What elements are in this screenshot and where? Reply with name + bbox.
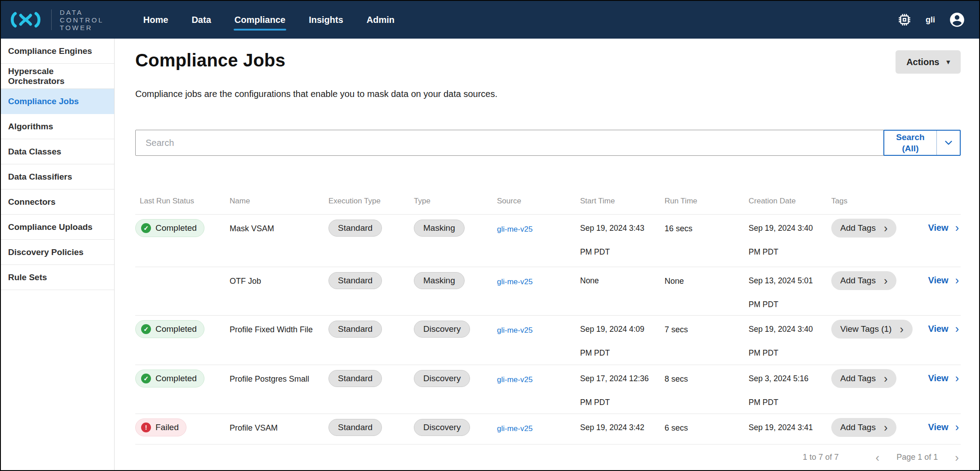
- table-row: ✓Completed Profile Postgres Small Standa…: [135, 365, 961, 414]
- run-time: 6 secs: [665, 414, 749, 433]
- chevron-right-icon: ›: [884, 373, 887, 384]
- type-badge: Discovery: [414, 370, 470, 387]
- col-execution-type: Execution Type: [328, 197, 414, 206]
- sidebar-item-data-classes[interactable]: Data Classes: [1, 139, 114, 164]
- status-label: Completed: [155, 374, 197, 383]
- main-nav: Home Data Compliance Insights Admin: [143, 11, 395, 29]
- type-badge: Masking: [414, 220, 465, 237]
- creation-date-line1: Sep 13, 2024 5:01: [749, 269, 831, 293]
- execution-type-badge: Standard: [328, 272, 382, 289]
- view-link[interactable]: View›: [928, 222, 959, 233]
- view-link[interactable]: View›: [928, 323, 959, 335]
- search-button-group: Search (All): [883, 130, 961, 156]
- view-label: View: [928, 223, 948, 233]
- brand-line-1: DATA: [60, 9, 104, 16]
- account-icon[interactable]: [949, 11, 966, 28]
- run-time: 16 secs: [665, 215, 749, 233]
- tags-label: Add Tags: [840, 374, 876, 383]
- chevron-right-icon: ›: [884, 275, 887, 286]
- col-tags: Tags: [831, 197, 917, 206]
- job-name: Profile VSAM: [230, 414, 328, 433]
- nav-insights[interactable]: Insights: [309, 11, 343, 29]
- creation-date-line1: Sep 19, 2024 3:41: [749, 416, 831, 440]
- actions-button[interactable]: Actions ▾: [896, 50, 961, 74]
- start-time-line1: None: [580, 269, 665, 293]
- creation-date: Sep 3, 2024 5:16PM PDT: [749, 365, 831, 414]
- creation-date-line1: Sep 19, 2024 3:40: [749, 317, 831, 341]
- sidebar-item-algorithms[interactable]: Algorithms: [1, 114, 114, 139]
- table-row: ✓Completed Profile Fixed Width File Stan…: [135, 315, 961, 365]
- source-link[interactable]: gli-me-v25: [497, 326, 532, 335]
- sidebar-item-compliance-jobs[interactable]: Compliance Jobs: [1, 89, 114, 114]
- page-description: Compliance jobs are the configurations t…: [135, 89, 961, 99]
- job-name: Profile Fixed Width File: [230, 316, 328, 335]
- nav-data[interactable]: Data: [191, 11, 211, 29]
- brand-line-2: CONTROL: [60, 16, 104, 24]
- view-link[interactable]: View›: [928, 275, 959, 286]
- pagination-page: Page 1 of 1: [896, 453, 938, 462]
- search-input[interactable]: [135, 130, 884, 156]
- job-name: OTF Job: [230, 267, 328, 286]
- top-navbar: DATA CONTROL TOWER Home Data Compliance …: [1, 1, 979, 39]
- view-link[interactable]: View›: [928, 373, 959, 384]
- nav-compliance[interactable]: Compliance: [235, 11, 285, 29]
- type-badge: Discovery: [414, 419, 470, 436]
- creation-date: Sep 19, 2024 3:40PM PDT: [749, 316, 831, 365]
- status-label: Failed: [155, 423, 179, 432]
- chevron-right-icon: ›: [955, 323, 959, 335]
- brand-line-3: TOWER: [60, 24, 104, 31]
- nav-home[interactable]: Home: [143, 11, 169, 29]
- execution-type-badge: Standard: [328, 321, 382, 338]
- api-engine-icon[interactable]: [897, 12, 912, 27]
- delphix-logo-icon: [8, 8, 43, 31]
- col-source: Source: [497, 197, 580, 206]
- source-link[interactable]: gli-me-v25: [497, 424, 532, 433]
- run-time: None: [665, 267, 749, 286]
- app-window: DATA CONTROL TOWER Home Data Compliance …: [0, 0, 980, 471]
- creation-date: Sep 19, 2024 3:40PM PDT: [749, 215, 831, 264]
- view-label: View: [928, 422, 948, 432]
- sidebar-item-data-classifiers[interactable]: Data Classifiers: [1, 164, 114, 189]
- col-last-run-status: Last Run Status: [135, 197, 230, 206]
- sidebar-item-hyperscale-orchestrators[interactable]: Hyperscale Orchestrators: [1, 64, 114, 89]
- start-time-line2: PM PDT: [580, 341, 665, 365]
- col-creation-date: Creation Date: [749, 197, 831, 206]
- table-row: !Failed Profile VSAM Standard Discovery …: [135, 414, 961, 444]
- tags-button[interactable]: Add Tags›: [831, 271, 896, 290]
- tags-button[interactable]: Add Tags›: [831, 369, 896, 388]
- creation-date-line2: PM PDT: [749, 341, 831, 365]
- source-link[interactable]: gli-me-v25: [497, 375, 532, 384]
- start-time: Sep 19, 2024 4:09PM PDT: [580, 316, 665, 365]
- start-time-line2: PM PDT: [580, 391, 665, 414]
- sidebar-item-compliance-uploads[interactable]: Compliance Uploads: [1, 215, 114, 240]
- brand-name: DATA CONTROL TOWER: [60, 9, 104, 31]
- creation-date: Sep 19, 2024 3:41: [749, 414, 831, 440]
- previous-page-icon[interactable]: ‹: [874, 452, 882, 463]
- topbar-right: gli: [897, 11, 966, 28]
- sidebar-item-compliance-engines[interactable]: Compliance Engines: [1, 39, 114, 64]
- sidebar-item-connectors[interactable]: Connectors: [1, 189, 114, 215]
- tags-button[interactable]: Add Tags›: [831, 219, 896, 238]
- search-button[interactable]: Search (All): [884, 131, 936, 155]
- creation-date-line1: Sep 19, 2024 3:40: [749, 216, 831, 240]
- table-pagination: 1 to 7 of 7 ‹ Page 1 of 1 ›: [135, 445, 961, 470]
- job-name: Mask VSAM: [230, 215, 328, 233]
- status-badge: !Failed: [135, 418, 186, 436]
- tags-button[interactable]: View Tags (1)›: [831, 320, 913, 339]
- chevron-right-icon: ›: [955, 222, 959, 233]
- view-label: View: [928, 275, 948, 286]
- sidebar-item-rule-sets[interactable]: Rule Sets: [1, 265, 114, 290]
- next-page-icon[interactable]: ›: [953, 452, 961, 463]
- view-link[interactable]: View›: [928, 422, 959, 433]
- nav-admin[interactable]: Admin: [367, 11, 395, 29]
- job-name: Profile Postgres Small: [230, 365, 328, 384]
- tags-button[interactable]: Add Tags›: [831, 418, 896, 437]
- source-link[interactable]: gli-me-v25: [497, 277, 532, 286]
- sidebar-item-discovery-policies[interactable]: Discovery Policies: [1, 240, 114, 265]
- start-time: Sep 17, 2024 12:36PM PDT: [580, 365, 665, 414]
- execution-type-badge: Standard: [328, 220, 382, 237]
- start-time: Sep 19, 2024 3:43PM PDT: [580, 215, 665, 264]
- search-scope-dropdown[interactable]: [936, 131, 960, 155]
- start-time-line2: PM PDT: [580, 240, 665, 264]
- source-link[interactable]: gli-me-v25: [497, 225, 532, 233]
